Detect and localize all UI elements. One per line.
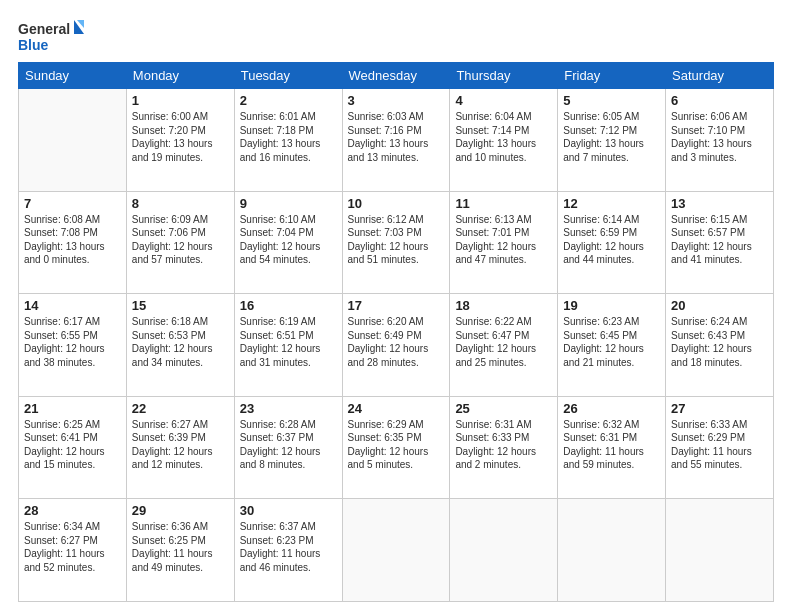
day-cell: 7Sunrise: 6:08 AM Sunset: 7:08 PM Daylig… <box>19 191 127 294</box>
day-info: Sunrise: 6:37 AM Sunset: 6:23 PM Dayligh… <box>240 520 337 574</box>
day-cell: 2Sunrise: 6:01 AM Sunset: 7:18 PM Daylig… <box>234 89 342 192</box>
day-info: Sunrise: 6:14 AM Sunset: 6:59 PM Dayligh… <box>563 213 660 267</box>
week-row-5: 28Sunrise: 6:34 AM Sunset: 6:27 PM Dayli… <box>19 499 774 602</box>
day-number: 19 <box>563 298 660 313</box>
day-info: Sunrise: 6:36 AM Sunset: 6:25 PM Dayligh… <box>132 520 229 574</box>
col-header-monday: Monday <box>126 63 234 89</box>
logo-svg: GeneralBlue <box>18 18 88 54</box>
day-cell: 11Sunrise: 6:13 AM Sunset: 7:01 PM Dayli… <box>450 191 558 294</box>
day-info: Sunrise: 6:17 AM Sunset: 6:55 PM Dayligh… <box>24 315 121 369</box>
day-number: 26 <box>563 401 660 416</box>
day-info: Sunrise: 6:05 AM Sunset: 7:12 PM Dayligh… <box>563 110 660 164</box>
day-info: Sunrise: 6:00 AM Sunset: 7:20 PM Dayligh… <box>132 110 229 164</box>
day-info: Sunrise: 6:22 AM Sunset: 6:47 PM Dayligh… <box>455 315 552 369</box>
day-cell: 27Sunrise: 6:33 AM Sunset: 6:29 PM Dayli… <box>666 396 774 499</box>
col-header-friday: Friday <box>558 63 666 89</box>
day-number: 29 <box>132 503 229 518</box>
day-number: 6 <box>671 93 768 108</box>
day-info: Sunrise: 6:08 AM Sunset: 7:08 PM Dayligh… <box>24 213 121 267</box>
day-cell: 19Sunrise: 6:23 AM Sunset: 6:45 PM Dayli… <box>558 294 666 397</box>
day-cell: 5Sunrise: 6:05 AM Sunset: 7:12 PM Daylig… <box>558 89 666 192</box>
day-number: 3 <box>348 93 445 108</box>
day-number: 24 <box>348 401 445 416</box>
day-number: 2 <box>240 93 337 108</box>
day-info: Sunrise: 6:34 AM Sunset: 6:27 PM Dayligh… <box>24 520 121 574</box>
day-info: Sunrise: 6:32 AM Sunset: 6:31 PM Dayligh… <box>563 418 660 472</box>
header-row: SundayMondayTuesdayWednesdayThursdayFrid… <box>19 63 774 89</box>
day-info: Sunrise: 6:12 AM Sunset: 7:03 PM Dayligh… <box>348 213 445 267</box>
day-number: 22 <box>132 401 229 416</box>
day-number: 9 <box>240 196 337 211</box>
logo: GeneralBlue <box>18 18 88 54</box>
day-number: 27 <box>671 401 768 416</box>
day-cell: 12Sunrise: 6:14 AM Sunset: 6:59 PM Dayli… <box>558 191 666 294</box>
col-header-thursday: Thursday <box>450 63 558 89</box>
day-cell: 25Sunrise: 6:31 AM Sunset: 6:33 PM Dayli… <box>450 396 558 499</box>
col-header-wednesday: Wednesday <box>342 63 450 89</box>
col-header-saturday: Saturday <box>666 63 774 89</box>
day-cell <box>342 499 450 602</box>
day-cell: 18Sunrise: 6:22 AM Sunset: 6:47 PM Dayli… <box>450 294 558 397</box>
day-number: 11 <box>455 196 552 211</box>
day-cell: 9Sunrise: 6:10 AM Sunset: 7:04 PM Daylig… <box>234 191 342 294</box>
header: GeneralBlue <box>18 18 774 54</box>
day-cell: 4Sunrise: 6:04 AM Sunset: 7:14 PM Daylig… <box>450 89 558 192</box>
day-cell: 3Sunrise: 6:03 AM Sunset: 7:16 PM Daylig… <box>342 89 450 192</box>
day-cell <box>450 499 558 602</box>
day-cell <box>666 499 774 602</box>
week-row-3: 14Sunrise: 6:17 AM Sunset: 6:55 PM Dayli… <box>19 294 774 397</box>
day-cell: 6Sunrise: 6:06 AM Sunset: 7:10 PM Daylig… <box>666 89 774 192</box>
day-cell: 28Sunrise: 6:34 AM Sunset: 6:27 PM Dayli… <box>19 499 127 602</box>
day-info: Sunrise: 6:25 AM Sunset: 6:41 PM Dayligh… <box>24 418 121 472</box>
col-header-sunday: Sunday <box>19 63 127 89</box>
day-cell: 13Sunrise: 6:15 AM Sunset: 6:57 PM Dayli… <box>666 191 774 294</box>
day-number: 17 <box>348 298 445 313</box>
day-number: 18 <box>455 298 552 313</box>
day-info: Sunrise: 6:09 AM Sunset: 7:06 PM Dayligh… <box>132 213 229 267</box>
week-row-1: 1Sunrise: 6:00 AM Sunset: 7:20 PM Daylig… <box>19 89 774 192</box>
day-cell: 17Sunrise: 6:20 AM Sunset: 6:49 PM Dayli… <box>342 294 450 397</box>
day-info: Sunrise: 6:18 AM Sunset: 6:53 PM Dayligh… <box>132 315 229 369</box>
day-info: Sunrise: 6:24 AM Sunset: 6:43 PM Dayligh… <box>671 315 768 369</box>
day-info: Sunrise: 6:01 AM Sunset: 7:18 PM Dayligh… <box>240 110 337 164</box>
day-number: 10 <box>348 196 445 211</box>
day-cell: 21Sunrise: 6:25 AM Sunset: 6:41 PM Dayli… <box>19 396 127 499</box>
day-number: 8 <box>132 196 229 211</box>
day-number: 13 <box>671 196 768 211</box>
day-info: Sunrise: 6:03 AM Sunset: 7:16 PM Dayligh… <box>348 110 445 164</box>
day-cell <box>558 499 666 602</box>
day-cell: 1Sunrise: 6:00 AM Sunset: 7:20 PM Daylig… <box>126 89 234 192</box>
day-number: 28 <box>24 503 121 518</box>
day-number: 14 <box>24 298 121 313</box>
day-number: 15 <box>132 298 229 313</box>
day-info: Sunrise: 6:29 AM Sunset: 6:35 PM Dayligh… <box>348 418 445 472</box>
day-cell: 23Sunrise: 6:28 AM Sunset: 6:37 PM Dayli… <box>234 396 342 499</box>
calendar-table: SundayMondayTuesdayWednesdayThursdayFrid… <box>18 62 774 602</box>
day-cell: 16Sunrise: 6:19 AM Sunset: 6:51 PM Dayli… <box>234 294 342 397</box>
svg-text:General: General <box>18 21 70 37</box>
day-info: Sunrise: 6:20 AM Sunset: 6:49 PM Dayligh… <box>348 315 445 369</box>
day-number: 16 <box>240 298 337 313</box>
day-cell: 14Sunrise: 6:17 AM Sunset: 6:55 PM Dayli… <box>19 294 127 397</box>
day-cell: 20Sunrise: 6:24 AM Sunset: 6:43 PM Dayli… <box>666 294 774 397</box>
day-number: 1 <box>132 93 229 108</box>
day-cell: 30Sunrise: 6:37 AM Sunset: 6:23 PM Dayli… <box>234 499 342 602</box>
day-info: Sunrise: 6:27 AM Sunset: 6:39 PM Dayligh… <box>132 418 229 472</box>
day-number: 23 <box>240 401 337 416</box>
day-cell: 26Sunrise: 6:32 AM Sunset: 6:31 PM Dayli… <box>558 396 666 499</box>
day-cell: 22Sunrise: 6:27 AM Sunset: 6:39 PM Dayli… <box>126 396 234 499</box>
week-row-4: 21Sunrise: 6:25 AM Sunset: 6:41 PM Dayli… <box>19 396 774 499</box>
day-info: Sunrise: 6:23 AM Sunset: 6:45 PM Dayligh… <box>563 315 660 369</box>
page: GeneralBlue SundayMondayTuesdayWednesday… <box>0 0 792 612</box>
day-info: Sunrise: 6:06 AM Sunset: 7:10 PM Dayligh… <box>671 110 768 164</box>
day-number: 20 <box>671 298 768 313</box>
svg-text:Blue: Blue <box>18 37 49 53</box>
day-number: 30 <box>240 503 337 518</box>
day-info: Sunrise: 6:33 AM Sunset: 6:29 PM Dayligh… <box>671 418 768 472</box>
col-header-tuesday: Tuesday <box>234 63 342 89</box>
day-info: Sunrise: 6:13 AM Sunset: 7:01 PM Dayligh… <box>455 213 552 267</box>
day-number: 7 <box>24 196 121 211</box>
day-number: 12 <box>563 196 660 211</box>
day-cell <box>19 89 127 192</box>
day-info: Sunrise: 6:10 AM Sunset: 7:04 PM Dayligh… <box>240 213 337 267</box>
